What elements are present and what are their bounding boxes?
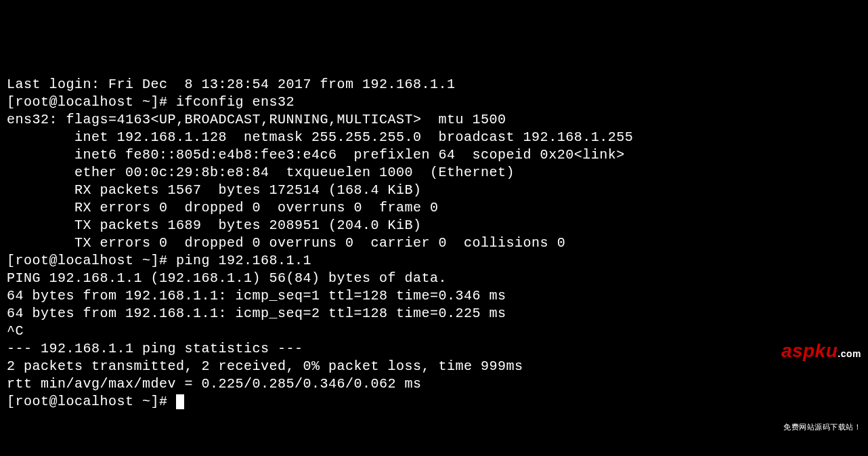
terminal-line: [root@localhost ~]# ping 192.168.1.1 — [7, 252, 861, 270]
terminal-line: ens32: flags=4163<UP,BROADCAST,RUNNING,M… — [7, 111, 861, 129]
terminal-line: 64 bytes from 192.168.1.1: icmp_seq=2 tt… — [7, 305, 861, 323]
terminal-line: PING 192.168.1.1 (192.168.1.1) 56(84) by… — [7, 270, 861, 287]
terminal-line: TX packets 1689 bytes 208951 (204.0 KiB) — [7, 217, 861, 234]
terminal-line: rtt min/avg/max/mdev = 0.225/0.285/0.346… — [7, 375, 861, 393]
terminal-line: RX packets 1567 bytes 172514 (168.4 KiB) — [7, 182, 861, 199]
terminal-line: RX errors 0 dropped 0 overruns 0 frame 0 — [7, 199, 861, 217]
watermark-tagline: 免费网站源码下载站！ — [759, 422, 861, 432]
terminal-line: TX errors 0 dropped 0 overruns 0 carrier… — [7, 234, 861, 252]
terminal-line: 2 packets transmitted, 2 received, 0% pa… — [7, 358, 861, 375]
cursor — [176, 394, 184, 409]
terminal-line: inet 192.168.1.128 netmask 255.255.255.0… — [7, 129, 861, 146]
watermark-brand-suffix: .com — [838, 348, 861, 359]
terminal-line: ^C — [7, 323, 861, 340]
terminal-line: [root@localhost ~]# — [7, 393, 861, 411]
terminal-output[interactable]: Last login: Fri Dec 8 13:28:54 2017 from… — [7, 76, 861, 411]
terminal-line: ether 00:0c:29:8b:e8:84 txqueuelen 1000 … — [7, 164, 861, 182]
watermark: aspku.com 免费网站源码下载站！ — [759, 279, 861, 449]
terminal-line: inet6 fe80::805d:e4b8:fee3:e4c6 prefixle… — [7, 146, 861, 164]
terminal-line: Last login: Fri Dec 8 13:28:54 2017 from… — [7, 76, 861, 94]
terminal-line: --- 192.168.1.1 ping statistics --- — [7, 340, 861, 358]
watermark-brand: aspku.com — [759, 314, 861, 388]
watermark-brand-red: aspku — [781, 340, 838, 361]
terminal-line: [root@localhost ~]# ifconfig ens32 — [7, 94, 861, 111]
terminal-line: 64 bytes from 192.168.1.1: icmp_seq=1 tt… — [7, 287, 861, 305]
